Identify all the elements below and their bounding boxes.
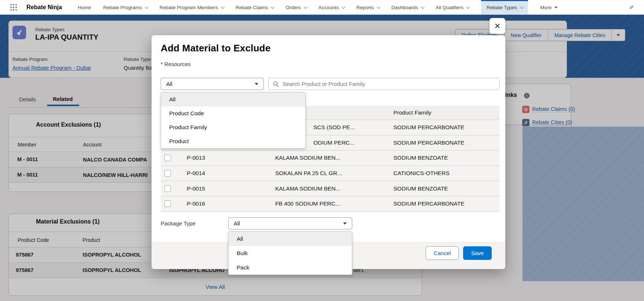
- resources-selected-value: All: [166, 81, 172, 87]
- app-launcher-icon[interactable]: [10, 4, 17, 11]
- product-row: P-0015 KALAMA SODIUM BEN... SODIUM BENZO…: [161, 181, 499, 196]
- resources-combobox[interactable]: All: [161, 78, 264, 90]
- product-cell: ODIUM PERC...: [313, 139, 354, 146]
- nav-item-rebate-claims[interactable]: Rebate Claims: [236, 0, 274, 15]
- caret-down-icon: [554, 7, 557, 8]
- chevron-down-icon: [342, 5, 345, 9]
- chevron-down-icon: [421, 5, 425, 9]
- modal-title: Add Material to Exclude: [161, 43, 270, 54]
- product-row: P-0016 FB 400 SODIUM PERC... SODIUM PERC…: [161, 196, 499, 212]
- required-asterisk: *: [161, 61, 163, 67]
- add-material-modal: Add Material to Exclude *Resources All P…: [152, 35, 505, 269]
- product-family-cell: SODIUM PERCARBONATE: [393, 139, 465, 146]
- chevron-down-icon: [466, 5, 470, 9]
- nav-item-more[interactable]: More: [540, 0, 557, 15]
- chevron-down-icon: [271, 5, 274, 9]
- chevron-down-icon: [145, 5, 149, 9]
- product-cell: SOKALAN PA 25 CL GR...: [275, 170, 342, 177]
- resources-option-product-family[interactable]: Product Family: [161, 120, 305, 134]
- nav-items: Home Rebate Programs Rebate Program Memb…: [78, 0, 557, 15]
- package-option-bulk[interactable]: Bulk: [229, 246, 352, 260]
- resources-option-product[interactable]: Product: [161, 134, 305, 148]
- product-family-cell: SODIUM PERCARBONATE: [393, 124, 465, 131]
- resources-label: *Resources: [161, 61, 191, 67]
- nav-item-dashboards[interactable]: Dashboards: [392, 0, 424, 15]
- combobox-caret-icon: [255, 83, 258, 85]
- nav-item-rebate-types[interactable]: Rebate Types: [481, 0, 528, 15]
- row-checkbox[interactable]: [164, 200, 171, 207]
- search-icon: [273, 81, 279, 87]
- nav-item-reports[interactable]: Reports: [356, 0, 379, 15]
- package-type-selected-value: All: [234, 220, 240, 226]
- product-cell: SCS (SOD PE...: [313, 124, 355, 131]
- product-cell: KALAMA SODIUM BEN...: [275, 155, 340, 161]
- product-code-cell: P-0013: [187, 155, 205, 161]
- product-family-cell: CATIONICS-OTHERS: [393, 170, 450, 177]
- edit-navigation-icon[interactable]: [629, 0, 634, 15]
- resources-option-product-code[interactable]: Product Code: [161, 106, 305, 120]
- nav-item-rebate-programs[interactable]: Rebate Programs: [103, 0, 148, 15]
- save-button[interactable]: Save: [463, 246, 492, 260]
- nav-item-accounts[interactable]: Accounts: [319, 0, 345, 15]
- resources-option-all[interactable]: All: [161, 93, 305, 106]
- nav-item-all-qualifiers[interactable]: All Qualifiers: [436, 0, 469, 15]
- nav-item-orders[interactable]: Orders: [285, 0, 306, 15]
- chevron-down-icon: [520, 5, 524, 9]
- combobox-caret-icon: [343, 222, 347, 225]
- row-checkbox[interactable]: [164, 170, 171, 177]
- package-type-combobox[interactable]: All: [228, 217, 352, 229]
- product-family-column-header: Product Family: [393, 109, 431, 116]
- package-option-pack[interactable]: Pack: [229, 260, 352, 275]
- chevron-down-icon: [376, 5, 380, 9]
- product-family-cell: SODIUM BENZOATE: [393, 185, 448, 192]
- product-cell: FB 400 SODIUM PERC...: [275, 200, 340, 207]
- product-cell: KALAMA SODIUM BEN...: [275, 185, 340, 192]
- nav-item-home[interactable]: Home: [78, 0, 91, 15]
- chevron-down-icon: [304, 5, 308, 9]
- row-checkbox[interactable]: [164, 155, 171, 161]
- product-family-cell: SODIUM PERCARBONATE: [393, 200, 465, 207]
- product-code-cell: P-0014: [187, 170, 205, 177]
- product-code-cell: P-0015: [187, 185, 205, 192]
- cancel-button[interactable]: Cancel: [426, 246, 459, 260]
- modal-close-button[interactable]: ✕: [490, 18, 505, 34]
- nav-item-rebate-program-members[interactable]: Rebate Program Members: [160, 0, 223, 15]
- product-search-box: [268, 78, 499, 90]
- package-type-label: Package Type: [161, 220, 196, 226]
- row-checkbox[interactable]: [164, 185, 171, 192]
- chevron-down-icon: [221, 5, 225, 9]
- product-family-cell: SODIUM BENZOATE: [393, 155, 448, 161]
- app-name: Rebate Ninja: [26, 0, 62, 15]
- package-option-all[interactable]: All: [229, 232, 352, 246]
- product-code-cell: P-0016: [187, 200, 205, 207]
- product-row: P-0014 SOKALAN PA 25 CL GR... CATIONICS-…: [161, 166, 499, 181]
- product-row: P-0013 KALAMA SODIUM BEN... SODIUM BENZO…: [161, 150, 499, 166]
- product-search-input[interactable]: [283, 81, 495, 87]
- resources-dropdown-panel: All Product Code Product Family Product: [161, 92, 306, 149]
- package-type-dropdown-panel: All Bulk Pack: [228, 231, 352, 275]
